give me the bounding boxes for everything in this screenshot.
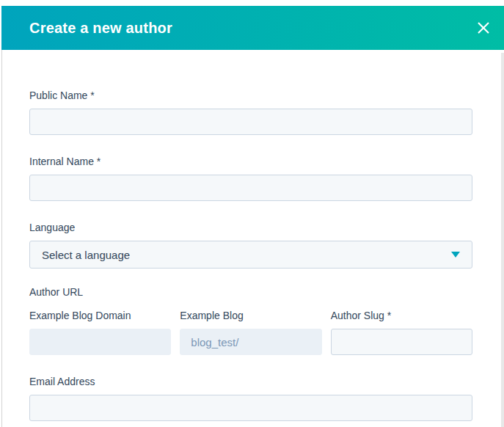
field-public-name: Public Name *	[29, 88, 472, 135]
author-url-row: Example Blog Domain Example Blog Author …	[29, 308, 472, 355]
column-example-blog-domain: Example Blog Domain	[29, 308, 171, 355]
author-url-label: Author URL	[29, 285, 472, 299]
close-button[interactable]	[473, 18, 494, 38]
column-example-blog: Example Blog	[180, 308, 321, 355]
chevron-down-icon	[451, 252, 460, 258]
column-author-slug: Author Slug *	[331, 308, 472, 355]
public-name-label: Public Name *	[29, 88, 472, 103]
close-icon	[476, 21, 491, 35]
author-slug-input[interactable]	[331, 329, 472, 355]
scrollbar-track[interactable]	[501, 53, 504, 427]
internal-name-label: Internal Name *	[29, 154, 472, 169]
modal-header: Create a new author	[1, 6, 504, 50]
modal-left-edge	[1, 50, 2, 427]
modal-body: Public Name * Internal Name * Language S…	[29, 50, 472, 421]
email-address-label: Email Address	[29, 374, 472, 389]
example-blog-domain-label: Example Blog Domain	[29, 308, 171, 323]
internal-name-input[interactable]	[29, 175, 472, 201]
example-blog-label: Example Blog	[180, 308, 321, 323]
author-slug-label: Author Slug *	[331, 308, 472, 323]
language-select[interactable]: Select a language	[29, 241, 472, 269]
public-name-input[interactable]	[29, 109, 472, 135]
example-blog-domain-input	[29, 329, 171, 355]
modal-title: Create a new author	[29, 20, 172, 37]
language-select-value: Select a language	[42, 249, 130, 261]
language-label: Language	[29, 220, 472, 235]
field-language: Language Select a language	[29, 220, 472, 269]
example-blog-input	[180, 329, 321, 355]
field-email-address: Email Address	[29, 374, 472, 421]
field-author-url: Author URL Example Blog Domain Example B…	[29, 285, 472, 355]
field-internal-name: Internal Name *	[29, 154, 472, 201]
email-address-input[interactable]	[29, 395, 472, 421]
